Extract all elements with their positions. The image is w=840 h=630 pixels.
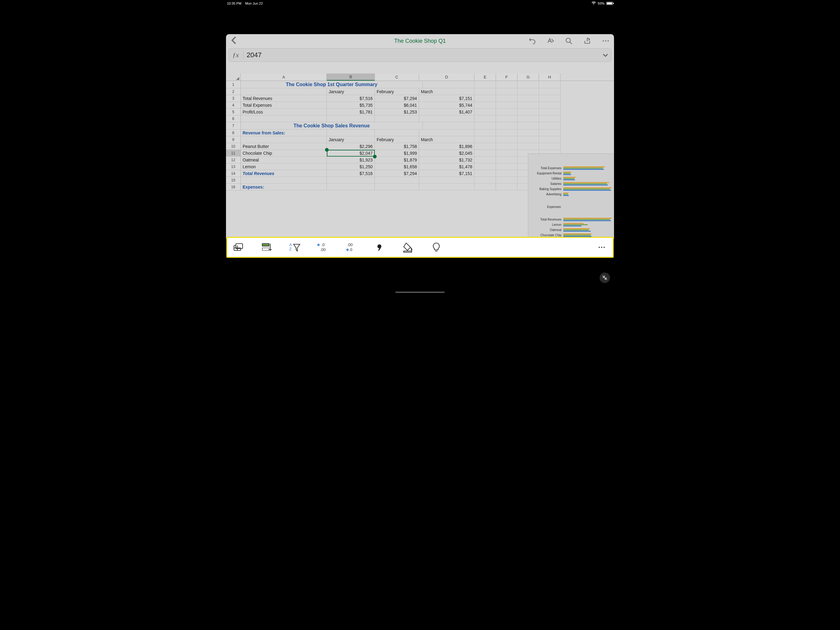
cell[interactable]: [496, 116, 518, 122]
cell[interactable]: [474, 177, 496, 184]
cell[interactable]: [419, 184, 474, 190]
cell[interactable]: $1,896: [419, 143, 474, 150]
cell[interactable]: [496, 184, 518, 190]
selection-handle-tl[interactable]: [325, 148, 329, 152]
cell[interactable]: Oatmeal: [241, 157, 327, 163]
cell[interactable]: $1,253: [375, 109, 419, 116]
cell[interactable]: [518, 130, 539, 136]
cell[interactable]: [474, 143, 496, 150]
cell[interactable]: $1,999: [375, 150, 419, 157]
share-button[interactable]: [583, 36, 592, 46]
ideas-button[interactable]: [429, 240, 444, 255]
search-button[interactable]: [564, 36, 573, 46]
cell[interactable]: [474, 150, 496, 157]
cell[interactable]: Chocolate Chip: [241, 150, 327, 157]
cell[interactable]: $1,250: [327, 163, 375, 170]
column-headers[interactable]: A B C D E F G H: [226, 73, 614, 81]
chevron-down-icon[interactable]: [602, 52, 609, 59]
home-indicator[interactable]: [395, 291, 445, 293]
row-header[interactable]: 15: [226, 177, 241, 184]
spreadsheet-grid[interactable]: A B C D E F G H 1 The Cookie Shop 1st Qu…: [226, 73, 614, 241]
cell[interactable]: [518, 88, 539, 95]
cell[interactable]: $7,516: [327, 95, 375, 102]
cell[interactable]: [539, 88, 561, 95]
col-header-h[interactable]: H: [539, 73, 561, 81]
cell[interactable]: [496, 177, 518, 184]
row-header[interactable]: 10: [226, 143, 241, 150]
row-header[interactable]: 7: [226, 122, 241, 130]
sort-filter-button[interactable]: A Z: [287, 240, 302, 255]
selection-handle-br[interactable]: [373, 155, 377, 158]
cell[interactable]: $7,151: [419, 95, 474, 102]
cell[interactable]: [241, 116, 327, 122]
cell[interactable]: [539, 136, 561, 143]
cell[interactable]: $7,294: [375, 95, 419, 102]
increase-decimal-button[interactable]: .00 .0: [344, 240, 359, 255]
col-header-g[interactable]: G: [518, 73, 539, 81]
card-view-button[interactable]: [231, 240, 246, 255]
row-header[interactable]: 11: [226, 150, 241, 157]
cell-heading2[interactable]: The Cookie Shop Sales Revenue: [241, 122, 423, 130]
cell[interactable]: [327, 177, 375, 184]
row-header[interactable]: 16: [226, 184, 241, 190]
cell[interactable]: $1,879: [375, 157, 419, 163]
cell[interactable]: [518, 177, 539, 184]
cell[interactable]: [474, 157, 496, 163]
col-header-e[interactable]: E: [474, 73, 496, 81]
row-header[interactable]: 13: [226, 163, 241, 170]
cell[interactable]: [474, 170, 496, 177]
cell[interactable]: [474, 130, 496, 136]
cell[interactable]: $1,478: [419, 163, 474, 170]
col-header-a[interactable]: A: [241, 73, 327, 81]
cell[interactable]: $7,516: [327, 170, 375, 177]
cell[interactable]: [539, 130, 561, 136]
cell[interactable]: [419, 177, 474, 184]
col-header-b[interactable]: B: [327, 73, 375, 81]
cell[interactable]: [539, 102, 561, 109]
cell[interactable]: [539, 150, 561, 157]
cell[interactable]: [375, 184, 419, 190]
more-button[interactable]: [601, 36, 610, 46]
cell[interactable]: [474, 122, 496, 130]
cell[interactable]: Expenses:: [241, 184, 327, 190]
cell[interactable]: [539, 81, 561, 88]
cell[interactable]: [474, 102, 496, 109]
cell[interactable]: [496, 143, 518, 150]
row-header[interactable]: 9: [226, 136, 241, 143]
cell-heading1[interactable]: The Cookie Shop 1st Quarter Summary: [241, 81, 423, 88]
cell[interactable]: [518, 150, 539, 157]
undo-button[interactable]: [527, 36, 537, 46]
cell[interactable]: [518, 157, 539, 163]
cell[interactable]: [539, 170, 561, 177]
cell[interactable]: [419, 116, 474, 122]
cell[interactable]: [423, 122, 474, 130]
cell[interactable]: Total Revenues: [241, 170, 327, 177]
cell[interactable]: [518, 143, 539, 150]
cell[interactable]: [496, 95, 518, 102]
comma-style-button[interactable]: [373, 240, 387, 255]
col-header-f[interactable]: F: [496, 73, 518, 81]
cell[interactable]: [518, 95, 539, 102]
cell[interactable]: [375, 177, 419, 184]
cell[interactable]: [539, 157, 561, 163]
cell[interactable]: [419, 130, 474, 136]
cell[interactable]: [539, 143, 561, 150]
cell[interactable]: Peanut Butter: [241, 143, 327, 150]
cell[interactable]: [539, 109, 561, 116]
cell[interactable]: [474, 136, 496, 143]
cell[interactable]: [518, 122, 539, 130]
cell[interactable]: [518, 184, 539, 190]
cell[interactable]: [518, 116, 539, 122]
cell[interactable]: $1,407: [419, 109, 474, 116]
cell[interactable]: [496, 122, 518, 130]
cell[interactable]: $7,151: [419, 170, 474, 177]
cell[interactable]: [327, 130, 375, 136]
row-header[interactable]: 14: [226, 170, 241, 177]
cell[interactable]: [539, 177, 561, 184]
cell[interactable]: [518, 81, 539, 88]
cell[interactable]: [241, 177, 327, 184]
cell[interactable]: [375, 116, 419, 122]
cell-label[interactable]: Profit/Loss: [241, 109, 327, 116]
cell[interactable]: [496, 150, 518, 157]
cell[interactable]: [474, 184, 496, 190]
